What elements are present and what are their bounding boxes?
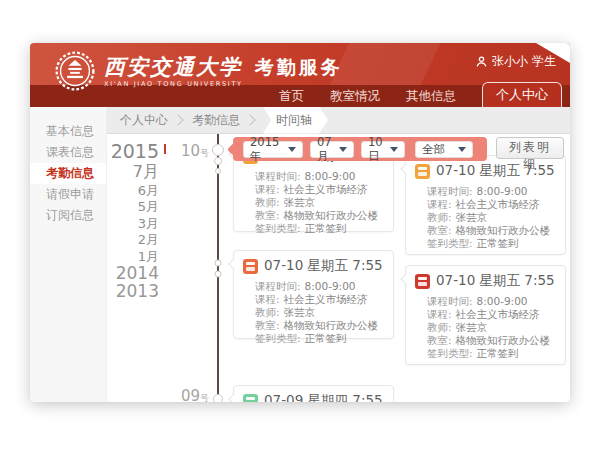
timeline-month-7月[interactable]: 7月 (107, 162, 159, 183)
card-field-row: 课程时间:8:00-9:00 (427, 185, 557, 198)
filter-bar: 2015年 07月 10日 全部 (233, 137, 487, 161)
card-fields: 课程时间:8:00-9:00课程:社会主义市场经济教师:张芸京教室:格物致知行政… (406, 182, 565, 257)
sidebar-item-课表信息[interactable]: 课表信息 (30, 142, 106, 163)
app-header: 西安交通大学 XI'AN JIAO TONG UNIVERSITY 考勤服务 张… (30, 43, 570, 107)
field-value: 社会主义市场经济 (456, 198, 540, 211)
timeline-line (217, 134, 219, 402)
university-emblem-icon (54, 50, 96, 92)
card-field-row: 教室:格物致知行政办公楼 (255, 209, 385, 222)
field-label: 签到类型: (255, 222, 301, 235)
card-field-row: 教室:格物致知行政办公楼 (427, 334, 557, 347)
timeline-month-2月[interactable]: 2月 (107, 232, 159, 248)
card-field-row: 教师:张芸京 (255, 196, 385, 209)
timeline-month-5月[interactable]: 5月 (107, 199, 159, 215)
nav-item-其他信息[interactable]: 其他信息 (406, 85, 456, 107)
type-filter-dropdown[interactable]: 全部 (415, 141, 473, 158)
month-filter-value: 07月 (317, 135, 334, 164)
field-value: 正常签到 (305, 332, 347, 345)
sidebar-item-基本信息[interactable]: 基本信息 (30, 121, 106, 142)
timeline-month-3月[interactable]: 3月 (107, 216, 159, 232)
field-label: 教室: (427, 334, 452, 347)
card-date: 07-10 星期五 7:55 (264, 257, 383, 275)
day-number: 10 (181, 142, 200, 160)
field-label: 课程: (255, 293, 280, 306)
card-field-row: 课程时间:8:00-9:00 (255, 280, 385, 293)
card-field-row: 课程:社会主义市场经济 (255, 183, 385, 196)
field-label: 课程: (255, 183, 280, 196)
user-info[interactable]: 张小小 学生 (475, 53, 556, 70)
timeline-year-2015[interactable]: 2015 (107, 140, 159, 162)
card-header: 07-10 星期五 7:55 (406, 266, 565, 292)
timeline-month-6月[interactable]: 6月 (107, 183, 159, 199)
year-filter-dropdown[interactable]: 2015年 (243, 141, 303, 158)
year-filter-value: 2015年 (250, 135, 283, 164)
chevron-right-icon (244, 114, 255, 125)
field-label: 签到类型: (255, 332, 301, 345)
field-label: 课程时间: (255, 170, 301, 183)
field-label: 签到类型: (427, 237, 473, 250)
card-field-row: 课程:社会主义市场经济 (427, 308, 557, 321)
type-filter-value: 全部 (422, 142, 445, 157)
caret-down-icon (390, 147, 398, 152)
card-field-row: 教室:格物致知行政办公楼 (255, 319, 385, 332)
field-label: 教师: (255, 196, 280, 209)
caret-down-icon (458, 147, 466, 152)
field-label: 教师: (427, 321, 452, 334)
field-label: 教师: (255, 306, 280, 319)
card-field-row: 课程时间:8:00-9:00 (255, 170, 385, 183)
brand-text: 西安交通大学 XI'AN JIAO TONG UNIVERSITY (104, 55, 243, 88)
attendance-card: 07-09 星期四 7:55 (233, 385, 394, 402)
field-value: 张芸京 (284, 306, 316, 319)
field-value: 正常签到 (477, 237, 519, 250)
field-value: 格物致知行政办公楼 (456, 334, 551, 347)
breadcrumb-item-考勤信息[interactable]: 考勤信息 (189, 112, 243, 129)
sidebar-item-考勤信息[interactable]: 考勤信息 (30, 163, 106, 184)
card-field-row: 教师:张芸京 (427, 321, 557, 334)
sidebar: 基本信息课表信息考勤信息请假申请订阅信息 (30, 107, 107, 402)
card-fields: 课程时间:8:00-9:00课程:社会主义市场经济教师:张芸京教室:格物致知行政… (406, 292, 565, 367)
field-value: 社会主义市场经济 (284, 293, 368, 306)
card-field-row: 签到类型:正常签到 (427, 237, 557, 250)
field-value: 张芸京 (284, 196, 316, 209)
user-name: 张小小 (492, 53, 528, 70)
card-field-row: 签到类型:正常签到 (255, 332, 385, 345)
field-label: 签到类型: (427, 347, 473, 360)
nav-item-个人中心[interactable]: 个人中心 (482, 82, 562, 107)
attendance-type-icon (415, 274, 430, 289)
field-value: 正常签到 (305, 222, 347, 235)
timeline-year-2013[interactable]: 2013 (107, 283, 159, 301)
timeline-year-2014[interactable]: 2014 (107, 265, 159, 283)
sidebar-item-请假申请[interactable]: 请假申请 (30, 184, 106, 205)
field-value: 格物致知行政办公楼 (284, 209, 379, 222)
breadcrumb-item-个人中心[interactable]: 个人中心 (117, 112, 171, 129)
field-value: 格物致知行政办公楼 (284, 319, 379, 332)
caret-down-icon (288, 147, 296, 152)
user-icon (475, 55, 488, 68)
month-filter-dropdown[interactable]: 07月 (310, 141, 354, 158)
list-detail-button[interactable]: 列表明细 (496, 137, 564, 159)
field-value: 社会主义市场经济 (456, 308, 540, 321)
day-suffix: 号 (200, 393, 209, 402)
breadcrumb-item-时间轴[interactable]: 时间轴 (263, 107, 328, 134)
card-date: 07-10 星期五 7:55 (436, 272, 555, 290)
day-suffix: 号 (200, 148, 209, 158)
nav-item-教室情况[interactable]: 教室情况 (330, 85, 380, 107)
timeline-scale: 20157月6月5月3月2月1月20142013 (107, 140, 159, 300)
timeline-panel: 20157月6月5月3月2月1月20142013 10号 09号 2015年 (107, 134, 570, 402)
card-field-row: 教师:张芸京 (255, 306, 385, 319)
timeline-dot (215, 168, 221, 174)
field-value: 8:00-9:00 (305, 170, 356, 183)
field-label: 教室: (255, 319, 280, 332)
day-filter-dropdown[interactable]: 10日 (361, 141, 405, 158)
sidebar-item-订阅信息[interactable]: 订阅信息 (30, 205, 106, 226)
field-label: 课程时间: (255, 280, 301, 293)
university-name-en: XI'AN JIAO TONG UNIVERSITY (104, 80, 243, 88)
timeline-month-1月[interactable]: 1月 (107, 249, 159, 265)
card-field-row: 课程:社会主义市场经济 (255, 293, 385, 306)
attendance-card: 07-10 星期五 7:55课程时间:8:00-9:00课程:社会主义市场经济教… (405, 265, 566, 365)
nav-item-首页[interactable]: 首页 (279, 85, 304, 107)
field-value: 8:00-9:00 (305, 280, 356, 293)
card-fields: 课程时间:8:00-9:00课程:社会主义市场经济教师:张芸京教室:格物致知行政… (234, 277, 393, 352)
timeline-day-label: 09号 (181, 386, 215, 402)
card-field-row: 教室:格物致知行政办公楼 (427, 224, 557, 237)
